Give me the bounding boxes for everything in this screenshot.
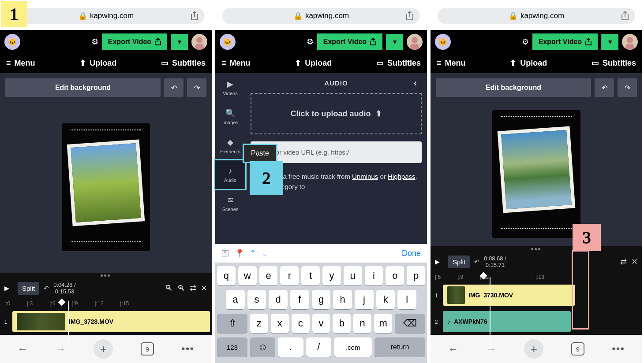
key-l[interactable]: l	[397, 290, 416, 309]
key-s[interactable]: s	[247, 290, 266, 309]
zoom-out-button[interactable]: 🔍︎	[165, 284, 173, 293]
audio-clip[interactable]: ♪ AXWPkN76	[443, 311, 571, 332]
nav-back-button[interactable]: ←	[448, 343, 458, 355]
user-avatar[interactable]	[191, 34, 207, 50]
user-avatar[interactable]	[407, 34, 423, 50]
app-avatar[interactable]: 🐱	[435, 34, 451, 50]
key-p[interactable]: p	[407, 266, 425, 285]
video-clip[interactable]: IMG_3728.MOV	[12, 311, 210, 332]
close-timeline-button[interactable]: ✕	[201, 283, 207, 293]
key-w[interactable]: w	[238, 266, 257, 285]
video-preview[interactable]	[492, 110, 580, 238]
slash-key[interactable]: /	[306, 337, 331, 357]
share-icon[interactable]	[406, 11, 414, 21]
side-elements[interactable]: ◆Elements	[215, 131, 245, 160]
dotcom-key[interactable]: .com	[334, 337, 372, 357]
edit-background-button[interactable]: Edit background	[5, 78, 161, 97]
side-audio[interactable]: ♪Audio	[215, 160, 245, 189]
redo-button[interactable]: ↷	[618, 78, 637, 97]
key-v[interactable]: v	[312, 314, 330, 333]
side-videos[interactable]: ▶Videos	[215, 73, 245, 102]
upload-button[interactable]: ⬆Upload	[79, 58, 116, 68]
menu-button[interactable]: ≡Menu	[437, 58, 466, 68]
export-button[interactable]: Export Video	[102, 33, 167, 50]
upload-dropzone[interactable]: Click to upload audio ⬆	[251, 93, 422, 134]
address-bar[interactable]: 🔒kapwing.com	[438, 8, 635, 24]
location-icon[interactable]: 📍	[235, 248, 244, 258]
browser-more-button[interactable]: •••	[612, 343, 625, 355]
address-bar[interactable]: 🔒 kapwing.com	[7, 8, 205, 24]
upload-button[interactable]: ⬆Upload	[295, 58, 332, 68]
key-o[interactable]: o	[386, 266, 404, 285]
key-x[interactable]: x	[271, 314, 289, 333]
side-images[interactable]: 🔍Images	[215, 102, 245, 131]
playhead[interactable]	[58, 299, 66, 306]
edit-background-button[interactable]: Edit background	[436, 78, 591, 97]
key-d[interactable]: d	[269, 290, 288, 309]
key-z[interactable]: z	[250, 314, 268, 333]
key-r[interactable]: r	[280, 266, 299, 285]
unminus-link[interactable]: Unminus	[352, 173, 378, 180]
user-avatar[interactable]	[622, 34, 638, 50]
new-tab-button[interactable]: +	[94, 339, 113, 359]
canvas[interactable]	[431, 102, 642, 246]
key-j[interactable]: j	[355, 290, 374, 309]
play-button[interactable]: ▶	[435, 258, 444, 265]
emoji-key[interactable]: ☺	[250, 337, 275, 357]
browser-more-button[interactable]: •••	[182, 343, 195, 355]
share-icon[interactable]	[621, 11, 629, 21]
key-m[interactable]: m	[374, 314, 392, 333]
canvas[interactable]	[0, 102, 212, 273]
tabs-button[interactable]: 9	[141, 342, 154, 356]
app-avatar[interactable]: 🐱	[220, 34, 236, 50]
export-dropdown[interactable]: ▼	[601, 34, 618, 50]
numbers-key[interactable]: 123	[217, 337, 247, 357]
subtitles-button[interactable]: ▭Subtitles	[592, 58, 636, 68]
menu-button[interactable]: ≡Menu	[6, 58, 35, 68]
address-bar[interactable]: 🔒kapwing.com	[222, 8, 420, 24]
undo-timeline-button[interactable]: ↶	[44, 285, 49, 292]
key-i[interactable]: i	[365, 266, 383, 285]
side-scenes[interactable]: ≋Scenes	[215, 189, 245, 218]
key-k[interactable]: k	[376, 290, 395, 309]
export-dropdown[interactable]: ▼	[386, 34, 403, 50]
gear-icon[interactable]: ⚙	[91, 37, 98, 47]
key-c[interactable]: c	[292, 314, 310, 333]
backspace-key[interactable]: ⌫	[395, 314, 425, 333]
highpass-link[interactable]: Highpass	[388, 173, 416, 180]
shift-key[interactable]: ⇧	[217, 314, 247, 333]
subtitles-button[interactable]: ▭Subtitles	[161, 58, 206, 68]
close-timeline-button[interactable]: ✕	[631, 257, 638, 267]
loop-button[interactable]: ⇄	[190, 283, 196, 293]
loop-button[interactable]: ⇄	[620, 257, 627, 267]
redo-button[interactable]: ↷	[187, 78, 206, 97]
video-preview[interactable]	[62, 123, 150, 251]
video-clip[interactable]: IMG_3730.MOV	[443, 285, 575, 306]
back-button[interactable]: ‹	[414, 78, 417, 89]
drag-handle-icon[interactable]	[101, 274, 111, 278]
paste-tooltip[interactable]: Paste	[243, 144, 277, 163]
key-icon[interactable]: ⚿	[221, 249, 229, 258]
key-q[interactable]: q	[217, 266, 236, 285]
gear-icon[interactable]: ⚙	[307, 37, 314, 47]
gear-icon[interactable]: ⚙	[522, 37, 529, 47]
split-button[interactable]: Split	[448, 256, 470, 268]
new-tab-button[interactable]: +	[524, 339, 543, 359]
key-h[interactable]: h	[333, 290, 352, 309]
return-key[interactable]: return	[374, 337, 425, 357]
dot-key[interactable]: .	[278, 337, 303, 357]
nav-forward-button[interactable]: →	[486, 343, 497, 355]
export-button[interactable]: Export Video	[532, 33, 598, 50]
zoom-in-button[interactable]: 🔍︎	[177, 284, 185, 293]
key-t[interactable]: t	[301, 266, 320, 285]
undo-timeline-button[interactable]: ↶	[474, 258, 479, 265]
key-e[interactable]: e	[259, 266, 278, 285]
key-n[interactable]: n	[353, 314, 371, 333]
upload-button[interactable]: ⬆Upload	[510, 58, 547, 68]
key-g[interactable]: g	[312, 290, 331, 309]
key-f[interactable]: f	[290, 290, 309, 309]
prev-field-button[interactable]: ⌃	[250, 248, 256, 258]
menu-button[interactable]: ≡Menu	[221, 58, 251, 68]
split-button[interactable]: Split	[18, 282, 39, 295]
next-field-button[interactable]: ⌄	[262, 248, 268, 258]
